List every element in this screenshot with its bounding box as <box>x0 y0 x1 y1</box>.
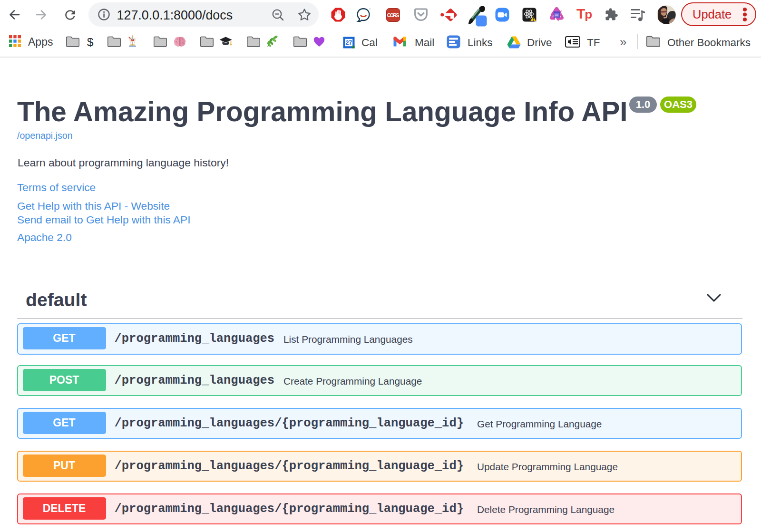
svg-text:27: 27 <box>346 39 352 46</box>
svg-text:CORS: CORS <box>387 12 400 18</box>
